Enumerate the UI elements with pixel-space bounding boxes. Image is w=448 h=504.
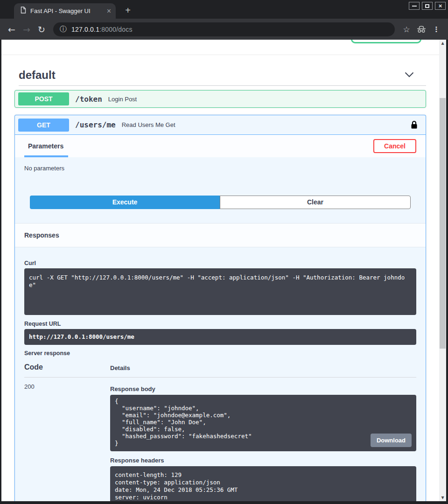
post-summary: Login Post xyxy=(108,96,137,103)
responses-header: Responses xyxy=(15,223,426,247)
spacer xyxy=(24,315,416,321)
details-column-header: Details xyxy=(110,364,130,371)
forward-icon[interactable]: → xyxy=(20,22,34,36)
tab-close-icon[interactable]: × xyxy=(107,7,111,15)
request-url-value: http://127.0.0.1:8000/users/me xyxy=(24,329,416,345)
spacer xyxy=(24,345,416,350)
curl-label: Curl xyxy=(24,260,416,266)
server-response-label: Server response xyxy=(24,350,416,357)
back-icon[interactable]: ← xyxy=(5,22,19,36)
spacer xyxy=(15,209,426,223)
execute-row: Execute Clear xyxy=(30,196,411,209)
reload-icon[interactable]: ↻ xyxy=(35,22,49,36)
minimize-icon xyxy=(412,6,417,7)
address-bar[interactable]: ⓘ 127.0.0.1:8000/docs xyxy=(53,22,395,36)
close-icon: × xyxy=(439,4,442,8)
url-path: :8000/docs xyxy=(99,26,133,33)
browser-window: Fast API - Swagger UI × + × ← → ↻ ⓘ 127.… xyxy=(0,0,448,504)
response-body-label: Response body xyxy=(110,385,416,392)
get-path: /users/me xyxy=(75,120,116,129)
page-scrollbar[interactable]: ▲ ▼ xyxy=(439,40,446,501)
tab-parameters[interactable]: Parameters xyxy=(24,135,68,157)
url-host: 127.0.0.1 xyxy=(71,26,99,33)
schemes-band xyxy=(1,40,439,55)
server-response-table: Code Details 200 Response body { "userna… xyxy=(24,363,416,502)
response-headers-label: Response headers xyxy=(110,457,416,464)
scroll-down-icon[interactable]: ▼ xyxy=(439,496,446,500)
response-body-json: { "username": "johndoe", "email": "johnd… xyxy=(115,398,252,447)
response-body-block: { "username": "johndoe", "email": "johnd… xyxy=(110,395,416,451)
operation-tab-header: Parameters Cancel xyxy=(15,135,426,157)
scrollbar-thumb[interactable] xyxy=(440,98,446,349)
lock-icon[interactable] xyxy=(411,120,418,129)
menu-dots-icon[interactable]: ⋮ xyxy=(429,22,443,36)
maximize-button[interactable] xyxy=(422,2,433,10)
chevron-down-icon[interactable] xyxy=(405,71,414,79)
section-title: default xyxy=(19,69,56,82)
minimize-button[interactable] xyxy=(409,2,420,10)
cancel-button[interactable]: Cancel xyxy=(373,139,416,153)
get-summary: Read Users Me Get xyxy=(122,121,175,128)
responses-body: Curl curl -X GET "http://127.0.0.1:8000/… xyxy=(15,247,426,501)
execute-button[interactable]: Execute xyxy=(30,196,220,209)
maximize-icon xyxy=(425,4,429,8)
default-section-header[interactable]: default xyxy=(19,69,414,82)
section-divider xyxy=(19,85,426,86)
incognito-icon xyxy=(414,22,428,36)
download-button[interactable]: Download xyxy=(371,434,412,447)
curl-command[interactable]: curl -X GET "http://127.0.0.1:8000/users… xyxy=(24,268,416,315)
post-method-badge: POST xyxy=(18,92,69,105)
browser-toolbar: ← → ↻ ⓘ 127.0.0.1:8000/docs ☆ ⋮ xyxy=(0,19,448,40)
code-column-header: Code xyxy=(24,363,110,371)
authorize-button[interactable] xyxy=(351,40,421,43)
scroll-up-icon[interactable]: ▲ xyxy=(439,41,446,45)
request-url-label: Request URL xyxy=(24,321,416,327)
tab-bar: Fast API - Swagger UI × + × xyxy=(0,0,448,19)
new-tab-button[interactable]: + xyxy=(122,5,133,16)
browser-tab[interactable]: Fast API - Swagger UI × xyxy=(14,3,116,19)
bookmark-star-icon[interactable]: ☆ xyxy=(399,22,413,36)
opblock-get-users-me: GET /users/me Read Users Me Get Paramete… xyxy=(14,115,426,501)
window-controls: × xyxy=(409,2,446,10)
get-summary-row[interactable]: GET /users/me Read Users Me Get xyxy=(15,115,426,135)
get-method-badge: GET xyxy=(18,119,69,132)
status-code: 200 xyxy=(24,382,110,502)
site-info-icon[interactable]: ⓘ xyxy=(60,25,67,34)
page-icon xyxy=(21,7,26,15)
close-button[interactable]: × xyxy=(435,2,446,10)
response-details: Response body { "username": "johndoe", "… xyxy=(110,382,416,502)
response-row-200: 200 Response body { "username": "johndoe… xyxy=(24,378,416,502)
response-table-head: Code Details xyxy=(24,363,416,371)
swagger-ui: default POST /token Login Post GET /user… xyxy=(1,69,439,501)
tab-title: Fast API - Swagger UI xyxy=(30,7,103,14)
opblock-post-token[interactable]: POST /token Login Post xyxy=(14,90,426,108)
page-content: default POST /token Login Post GET /user… xyxy=(1,40,439,501)
clear-button[interactable]: Clear xyxy=(220,196,411,209)
post-path: /token xyxy=(75,95,102,104)
response-headers-block: content-length: 129 content-type: applic… xyxy=(110,466,416,502)
no-parameters-text: No parameters xyxy=(15,157,426,172)
